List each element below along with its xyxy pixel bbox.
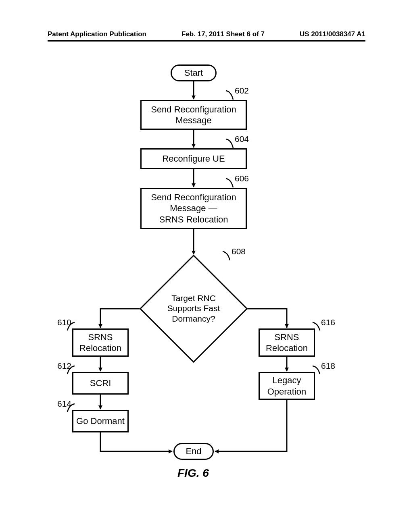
box-612: SCRI [72, 372, 129, 395]
box-612-label: SCRI [90, 378, 111, 389]
end-label: End [186, 446, 201, 457]
decision-608-label: Target RNC Supports Fast Dormancy? [153, 288, 234, 328]
ref-602: 602 [235, 86, 249, 96]
box-614-label: Go Dormant [76, 416, 125, 427]
box-604-label: Reconfigure UE [162, 153, 225, 164]
start-terminal: Start [171, 64, 217, 81]
box-618: Legacy Operation [259, 372, 315, 400]
box-602-label: Send Reconfiguration Message [151, 104, 236, 126]
box-616-label: SRNS Relocation [266, 332, 308, 354]
box-618-label: Legacy Operation [267, 375, 307, 397]
decision-608-text: Target RNC Supports Fast Dormancy? [167, 293, 220, 324]
ref-616: 616 [321, 318, 335, 327]
ref-604: 604 [235, 134, 249, 144]
ref-610: 610 [57, 318, 71, 327]
ref-614: 614 [57, 399, 71, 409]
box-610-label: SRNS Relocation [79, 332, 121, 354]
start-label: Start [184, 68, 203, 78]
box-606: Send Reconfiguration Message — SRNS Relo… [140, 188, 247, 229]
box-610: SRNS Relocation [72, 328, 129, 357]
ref-606: 606 [235, 174, 249, 183]
ref-608: 608 [232, 247, 246, 256]
box-614: Go Dormant [72, 410, 129, 432]
box-604: Reconfigure UE [140, 148, 247, 169]
ref-612: 612 [57, 361, 71, 371]
end-terminal: End [173, 443, 214, 460]
diagram-canvas: Patent Application Publication Feb. 17, … [0, 0, 413, 532]
figure-caption: FIG. 6 [177, 467, 209, 480]
box-602: Send Reconfiguration Message [140, 100, 247, 130]
box-606-label: Send Reconfiguration Message — SRNS Relo… [151, 192, 236, 225]
ref-618: 618 [321, 361, 335, 371]
box-616: SRNS Relocation [259, 328, 315, 357]
